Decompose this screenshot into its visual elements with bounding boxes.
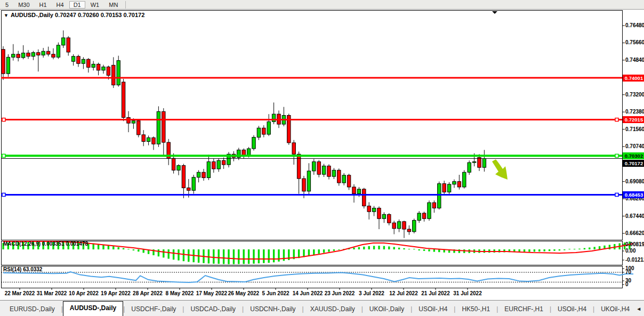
rsi-value: 63.0332 bbox=[23, 266, 42, 272]
candle-body bbox=[247, 149, 250, 156]
price-axis-label: 0.75660 bbox=[625, 39, 644, 45]
date-axis-label[interactable]: 28 Apr 2022 bbox=[133, 290, 163, 296]
chart-tab-usoil-h4[interactable]: USOil-,H4 bbox=[412, 303, 454, 316]
candle-body bbox=[482, 158, 486, 167]
candle-body bbox=[432, 202, 436, 208]
macd-values: 0.003351 0.001478 bbox=[42, 241, 88, 247]
candle-body bbox=[413, 220, 416, 231]
price-axis-label: 0.72380 bbox=[625, 109, 644, 115]
ohlc-open: 0.70247 bbox=[55, 12, 76, 18]
price-badge-0.70302: 0.70302 bbox=[623, 152, 644, 159]
candle-body bbox=[152, 137, 155, 144]
candle-body bbox=[347, 175, 350, 187]
chart-tab-eurchf-h1[interactable]: EURCHF-,H1 bbox=[498, 303, 550, 316]
candle-body bbox=[272, 114, 275, 121]
price-axis-label: 0.74840 bbox=[625, 57, 644, 63]
date-axis-label[interactable]: 3 Jul 2022 bbox=[359, 290, 384, 296]
tab-scroll-left-icon[interactable]: ◄ bbox=[636, 306, 641, 312]
date-axis-label[interactable]: 23 Jun 2022 bbox=[325, 290, 355, 296]
date-axis-label[interactable]: 26 May 2022 bbox=[228, 290, 259, 296]
hline-handle[interactable] bbox=[2, 193, 5, 196]
chart-tab-usdcnh-daily[interactable]: USDCNH-,Daily bbox=[244, 303, 302, 316]
candle-body bbox=[142, 135, 145, 142]
date-axis-label[interactable]: 17 May 2022 bbox=[196, 290, 227, 296]
price-axis-label: 0.66620 bbox=[625, 230, 644, 236]
candle-body bbox=[332, 170, 335, 176]
hline-handle[interactable] bbox=[615, 154, 618, 157]
date-axis-label[interactable]: 31 Jul 2022 bbox=[453, 290, 481, 296]
date-axis-label[interactable]: 31 Mar 2022 bbox=[37, 290, 67, 296]
candle-body bbox=[52, 54, 55, 58]
candle-body bbox=[162, 111, 165, 142]
date-axis-label[interactable]: 22 Mar 2022 bbox=[5, 290, 35, 296]
price-badge-0.70172: 0.70172 bbox=[623, 160, 644, 167]
chart-tab-ukoil-daily[interactable]: UKOil-,Daily bbox=[363, 303, 410, 316]
chart-tab-xauusd-daily[interactable]: XAUUSD-,Daily bbox=[304, 303, 361, 316]
candle-body bbox=[147, 137, 150, 141]
candle-body bbox=[307, 171, 310, 191]
chart-tab-hk50-h1[interactable]: HK50-,H1 bbox=[455, 303, 496, 316]
date-axis-label[interactable]: 19 Apr 2022 bbox=[101, 290, 131, 296]
date-axis-label[interactable]: 21 Jul 2022 bbox=[421, 290, 449, 296]
candle-body bbox=[202, 172, 205, 177]
date-axis-label[interactable]: 5 Jun 2022 bbox=[262, 290, 289, 296]
chart-tab-audusd-daily[interactable]: AUDUSD-,Daily bbox=[63, 301, 123, 316]
candle-body bbox=[31, 53, 35, 56]
date-axis-label[interactable]: 10 Apr 2022 bbox=[69, 290, 99, 296]
candle-body bbox=[302, 179, 305, 191]
candle-body bbox=[292, 143, 295, 154]
chart-title: ▼AUDUSD-,Daily 0.70247 0.70260 0.70153 0… bbox=[4, 12, 144, 18]
candle-body bbox=[337, 170, 341, 183]
candle-body bbox=[377, 208, 381, 219]
candle-body bbox=[37, 53, 40, 55]
candle-body bbox=[468, 163, 471, 172]
candle-body bbox=[182, 166, 185, 188]
macd-axis-label: 0.00 bbox=[625, 248, 635, 254]
price-axis-label: 0.76480 bbox=[625, 22, 644, 28]
candle-body bbox=[2, 50, 5, 74]
chart-tab-eurusd-daily[interactable]: EURUSD-,Daily bbox=[3, 303, 61, 316]
date-axis-label[interactable]: 12 Jul 2022 bbox=[389, 290, 417, 296]
candle-body bbox=[312, 161, 316, 171]
hline-handle[interactable] bbox=[2, 154, 5, 157]
price-badge-0.74001: 0.74001 bbox=[623, 75, 644, 82]
candle-body bbox=[197, 172, 200, 177]
candle-body bbox=[417, 213, 421, 220]
candle-body bbox=[107, 67, 110, 76]
candle-body bbox=[428, 202, 431, 218]
candle-body bbox=[46, 51, 50, 54]
date-axis-label[interactable]: 14 Jun 2022 bbox=[293, 290, 323, 296]
candle-body bbox=[382, 214, 385, 218]
candle-body bbox=[357, 189, 360, 194]
candle-body bbox=[122, 82, 125, 117]
candle-body bbox=[392, 223, 396, 229]
price-axis-label: 0.71560 bbox=[625, 126, 644, 132]
candle-body bbox=[207, 161, 210, 177]
candle-body bbox=[438, 184, 441, 208]
date-axis-label[interactable]: 8 May 2022 bbox=[166, 290, 194, 296]
candle-body bbox=[77, 56, 80, 63]
candle-body bbox=[21, 53, 25, 58]
chart-canvas[interactable] bbox=[0, 0, 644, 316]
candle-body bbox=[137, 121, 140, 135]
candle-body bbox=[71, 56, 75, 61]
chart-tab-usdchf-daily[interactable]: USDCHF-,Daily bbox=[125, 303, 182, 316]
rsi-axis-label: 70 bbox=[625, 269, 631, 275]
candle-body bbox=[12, 54, 15, 58]
candle-body bbox=[6, 57, 10, 74]
price-badge-0.68453: 0.68453 bbox=[623, 191, 644, 198]
chart-tab-bar: EURUSD-,Daily|AUDUSD-,Daily|USDCHF-,Dail… bbox=[0, 300, 644, 316]
chart-tab-usdcad-daily[interactable]: USDCAD-,Daily bbox=[184, 303, 242, 316]
ohlc-low: 0.70153 bbox=[101, 12, 122, 18]
hline-handle[interactable] bbox=[615, 118, 618, 121]
symbol-dropdown-icon[interactable]: ▼ bbox=[4, 13, 9, 18]
chart-tab-ukoil-h4[interactable]: UKOil-,H4 bbox=[594, 303, 636, 316]
candle-body bbox=[192, 177, 195, 191]
hline-handle[interactable] bbox=[615, 193, 618, 196]
chart-tab-usoil-h4[interactable]: USOil-,H4 bbox=[551, 303, 593, 316]
price-badge-0.72015: 0.72015 bbox=[623, 116, 644, 123]
rsi-axis-label: 0 bbox=[625, 281, 629, 287]
candle-body bbox=[478, 158, 481, 168]
candle-body bbox=[57, 45, 60, 58]
hline-handle[interactable] bbox=[2, 118, 5, 121]
